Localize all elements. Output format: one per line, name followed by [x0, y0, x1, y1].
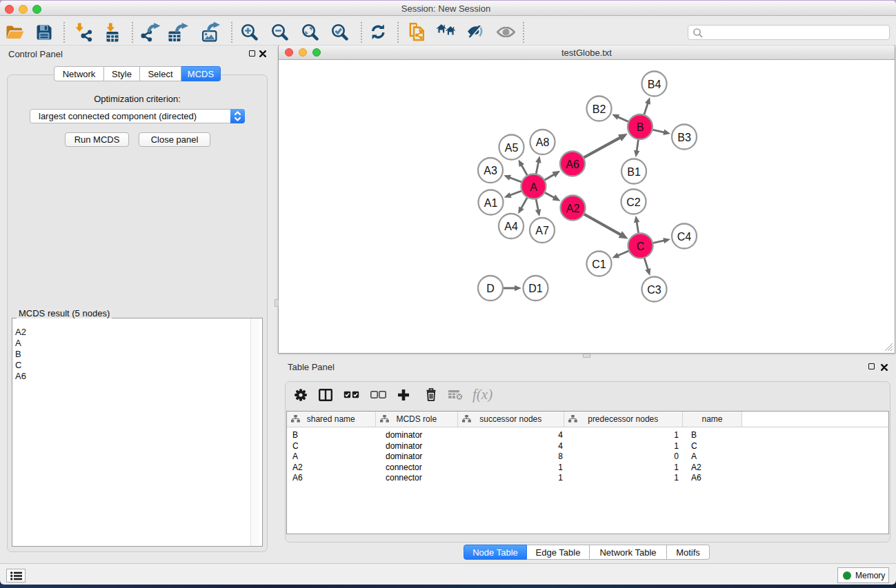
svg-text:B: B — [637, 121, 644, 133]
svg-text:C1: C1 — [592, 258, 606, 270]
svg-text:B4: B4 — [648, 79, 661, 90]
svg-text:B2: B2 — [593, 103, 606, 115]
svg-text:D1: D1 — [528, 283, 543, 294]
svg-text:B3: B3 — [677, 132, 691, 143]
svg-text:A1: A1 — [484, 197, 498, 209]
svg-text:A7: A7 — [535, 225, 549, 236]
svg-text:C: C — [637, 241, 645, 252]
svg-text:C2: C2 — [626, 196, 641, 208]
svg-text:C4: C4 — [677, 231, 692, 243]
svg-text:B1: B1 — [627, 166, 641, 178]
svg-text:A6: A6 — [566, 159, 579, 170]
svg-text:A2: A2 — [566, 203, 580, 214]
svg-text:A3: A3 — [484, 165, 497, 176]
svg-text:A8: A8 — [536, 136, 550, 148]
svg-text:C3: C3 — [647, 284, 661, 296]
svg-text:A5: A5 — [505, 142, 519, 154]
svg-text:D: D — [486, 283, 495, 294]
svg-text:A: A — [530, 181, 537, 193]
svg-text:A4: A4 — [504, 221, 518, 232]
